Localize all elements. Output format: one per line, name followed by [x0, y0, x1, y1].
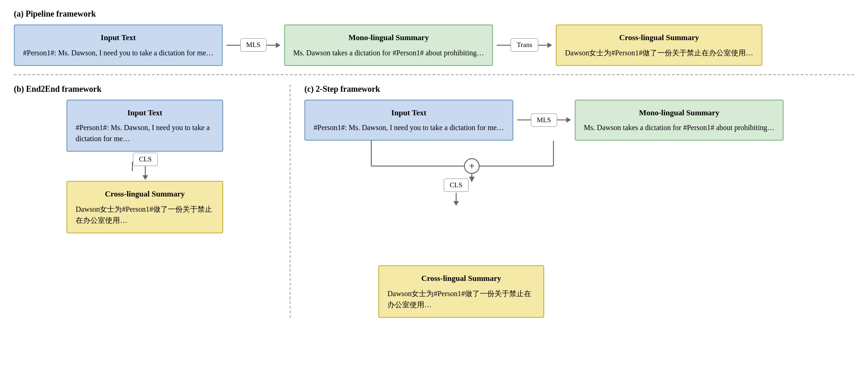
c-cross-box: Cross-lingual Summary Dawson女士为#Person1#…	[378, 265, 544, 318]
a-cross-title: Cross-lingual Summary	[565, 32, 753, 44]
svg-marker-9	[469, 177, 475, 182]
a-mono-box: Mono-lingual Summary Ms. Dawson takes a …	[284, 24, 493, 66]
pipeline-row: Input Text #Person1#: Ms. Dawson, I need…	[14, 24, 854, 66]
c-mls-step: MLS	[531, 113, 557, 127]
c-cross-area: Cross-lingual Summary Dawson女士为#Person1#…	[378, 265, 854, 318]
c-mono-content: Ms. Dawson takes a dictation for #Person…	[584, 122, 775, 133]
section-a: (a) Pipeline framework Input Text #Perso…	[14, 9, 854, 75]
b-cross-title: Cross-lingual Summary	[76, 188, 214, 200]
a-cross-box: Cross-lingual Summary Dawson女士为#Person1#…	[556, 24, 762, 66]
b-inner: Input Text #Person1#: Ms. Dawson, I need…	[14, 100, 276, 233]
a-cross-content: Dawson女士为#Person1#做了一份关于禁止在办公室使用…	[565, 48, 753, 59]
c-merge-svg: +	[304, 141, 636, 182]
bottom-row: (b) End2End framework Input Text #Person…	[14, 84, 854, 318]
a-arrow2: Trans	[497, 38, 552, 52]
a-input-title: Input Text	[23, 32, 214, 44]
c-cross-title: Cross-lingual Summary	[387, 273, 535, 285]
a-mono-title: Mono-lingual Summary	[293, 32, 484, 44]
b-input-title: Input Text	[76, 107, 214, 119]
b-cross-content: Dawson女士为#Person1#做了一份关于禁止在办公室使用…	[76, 204, 214, 226]
section-b: (b) End2End framework Input Text #Person…	[14, 84, 291, 318]
b-cross-box: Cross-lingual Summary Dawson女士为#Person1#…	[66, 181, 223, 233]
a-trans-step: Trans	[511, 38, 538, 52]
c-arrow1: MLS	[517, 113, 571, 127]
c-input-box: Input Text #Person1#: Ms. Dawson, I need…	[304, 100, 513, 141]
svg-text:+: +	[469, 160, 475, 172]
a-arrow1: MLS	[226, 38, 280, 52]
b-cls-step: CLS	[133, 153, 158, 166]
c-input-title: Input Text	[314, 107, 504, 119]
a-input-box: Input Text #Person1#: Ms. Dawson, I need…	[14, 24, 223, 66]
section-c: (c) 2-Step framework Input Text #Person1…	[304, 84, 854, 318]
section-b-label: (b) End2End framework	[14, 84, 276, 94]
b-input-box: Input Text #Person1#: Ms. Dawson, I need…	[66, 100, 223, 152]
a-mls-step: MLS	[240, 38, 267, 52]
c-cross-content: Dawson女士为#Person1#做了一份关于禁止在办公室使用…	[387, 288, 535, 310]
b-input-content: #Person1#: Ms. Dawson, I need you to tak…	[76, 122, 214, 144]
c-cls-step: CLS	[444, 179, 469, 192]
b-cls-row: CLS	[132, 153, 158, 180]
section-c-label: (c) 2-Step framework	[304, 84, 854, 94]
c-mono-box: Mono-lingual Summary Ms. Dawson takes a …	[575, 100, 784, 141]
c-mono-title: Mono-lingual Summary	[584, 107, 775, 119]
a-input-content: #Person1#: Ms. Dawson, I need you to tak…	[23, 48, 214, 59]
a-mono-content: Ms. Dawson takes a dictation for #Person…	[293, 48, 484, 59]
c-input-content: #Person1#: Ms. Dawson, I need you to tak…	[314, 122, 504, 133]
c-cls-area: CLS	[444, 179, 469, 206]
c-merge-area: + CLS	[304, 141, 854, 184]
section-a-label: (a) Pipeline framework	[14, 9, 854, 19]
c-top-row: Input Text #Person1#: Ms. Dawson, I need…	[304, 100, 854, 141]
